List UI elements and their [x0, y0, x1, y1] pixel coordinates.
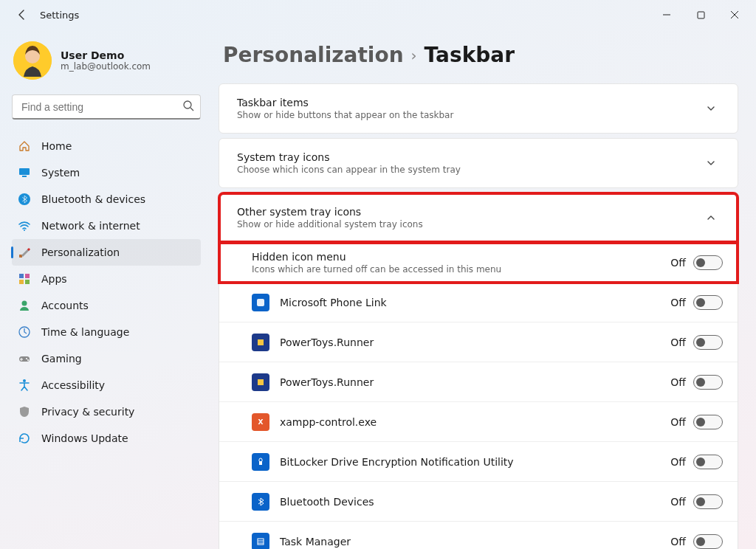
- nav-apps[interactable]: Apps: [12, 266, 201, 292]
- toggle-app[interactable]: [693, 415, 723, 429]
- section-system-tray[interactable]: System tray icons Choose which icons can…: [219, 138, 738, 188]
- maximize-button[interactable]: [684, 4, 718, 26]
- app-name: PowerToys.Runner: [280, 336, 660, 348]
- toggle-app[interactable]: [693, 534, 723, 549]
- nav-label: Gaming: [41, 353, 82, 365]
- section-subtitle: Show or hide additional system tray icon…: [237, 219, 689, 229]
- profile-text: User Demo m_lab@outlook.com: [61, 49, 151, 72]
- nav-gaming[interactable]: Gaming: [12, 345, 201, 372]
- main-content: Personalization › Taskbar Taskbar items …: [213, 30, 756, 549]
- avatar: [13, 41, 52, 80]
- nav-label: Accessibility: [41, 379, 105, 391]
- person-icon: [18, 299, 31, 312]
- toggle-app[interactable]: [693, 455, 723, 469]
- search-icon: [182, 100, 194, 114]
- shield-icon: [18, 405, 31, 418]
- app-name: Microsoft Phone Link: [280, 297, 660, 308]
- chevron-right-icon: ›: [411, 46, 417, 64]
- app-icon: X: [252, 413, 269, 431]
- expand-button[interactable]: [699, 151, 723, 175]
- row-hidden-icon-menu: Hidden icon menu Icons which are turned …: [219, 243, 738, 283]
- svg-line-5: [190, 108, 193, 111]
- titlebar: Settings: [0, 0, 756, 30]
- search-box[interactable]: [12, 94, 201, 120]
- nav-accessibility[interactable]: Accessibility: [12, 372, 201, 398]
- accessibility-icon: [18, 379, 31, 392]
- monitor-icon: [18, 166, 31, 179]
- nav-network[interactable]: Network & internet: [12, 213, 201, 239]
- nav-personalization[interactable]: Personalization: [12, 239, 201, 266]
- profile-name: User Demo: [61, 49, 151, 61]
- toggle-app[interactable]: [693, 295, 723, 310]
- nav-bluetooth[interactable]: Bluetooth & devices: [12, 186, 201, 213]
- nav-time-language[interactable]: Time & language: [12, 319, 201, 345]
- collapse-button[interactable]: [699, 206, 723, 229]
- nav-home[interactable]: Home: [12, 133, 201, 159]
- tray-app-row: PowerToys.Runner Off: [219, 362, 738, 402]
- home-icon: [18, 139, 31, 153]
- back-button[interactable]: [9, 1, 35, 28]
- minimize-button[interactable]: [650, 4, 684, 26]
- nav-label: Apps: [41, 273, 67, 285]
- section-other-tray: Other system tray icons Show or hide add…: [219, 193, 738, 549]
- toggle-state: Off: [670, 456, 686, 468]
- app-icon: [252, 294, 269, 311]
- breadcrumb-current: Taskbar: [425, 43, 515, 67]
- nav-privacy[interactable]: Privacy & security: [12, 398, 201, 425]
- other-tray-list: Hidden icon menu Icons which are turned …: [219, 242, 738, 549]
- close-button[interactable]: [718, 4, 752, 26]
- toggle-state: Off: [670, 496, 686, 508]
- breadcrumb: Personalization › Taskbar: [219, 43, 738, 67]
- section-taskbar-items[interactable]: Taskbar items Show or hide buttons that …: [219, 83, 738, 134]
- svg-rect-21: [257, 299, 264, 306]
- section-title: System tray icons: [237, 151, 689, 163]
- breadcrumb-parent[interactable]: Personalization: [223, 43, 404, 67]
- paint-icon: [18, 246, 31, 259]
- nav-system[interactable]: System: [12, 159, 201, 186]
- section-subtitle: Show or hide buttons that appear on the …: [237, 110, 689, 120]
- tray-app-row: Bluetooth Devices Off: [219, 482, 738, 522]
- svg-point-9: [24, 229, 25, 231]
- tray-app-row: BitLocker Drive Encryption Notification …: [219, 442, 738, 482]
- tray-app-row: Task Manager Off: [219, 522, 738, 549]
- app-icon: [252, 533, 269, 549]
- nav-windows-update[interactable]: Windows Update: [12, 425, 201, 452]
- nav-label: Network & internet: [41, 220, 140, 232]
- expand-button[interactable]: [699, 97, 723, 120]
- svg-text:X: X: [258, 418, 264, 426]
- toggle-state: Off: [670, 297, 686, 308]
- svg-rect-13: [19, 280, 24, 284]
- nav-label: Windows Update: [41, 432, 128, 444]
- update-icon: [18, 432, 31, 445]
- section-other-tray-header[interactable]: Other system tray icons Show or hide add…: [219, 193, 738, 242]
- svg-point-20: [23, 379, 26, 382]
- toggle-app[interactable]: [693, 494, 723, 509]
- toggle-app[interactable]: [693, 375, 723, 390]
- toggle-hidden-icon-menu[interactable]: [693, 255, 723, 270]
- toggle-state: Off: [670, 336, 686, 348]
- nav-label: Privacy & security: [41, 406, 134, 418]
- svg-rect-22: [258, 339, 264, 345]
- svg-rect-11: [19, 274, 24, 278]
- svg-rect-25: [259, 461, 262, 465]
- app-icon: [252, 453, 269, 471]
- app-name: PowerToys.Runner: [280, 376, 660, 388]
- svg-rect-12: [25, 274, 30, 278]
- toggle-state: Off: [670, 376, 686, 388]
- toggle-app[interactable]: [693, 335, 723, 350]
- row-title: Hidden icon menu: [252, 251, 660, 263]
- tray-app-row: PowerToys.Runner Off: [219, 322, 738, 362]
- window-title: Settings: [40, 10, 79, 21]
- app-icon: [252, 373, 269, 391]
- svg-rect-14: [25, 280, 30, 284]
- search-input[interactable]: [20, 100, 182, 114]
- nav-label: Home: [41, 140, 72, 152]
- profile-block[interactable]: User Demo m_lab@outlook.com: [12, 35, 201, 94]
- nav-list: Home System Bluetooth & devices Network …: [12, 133, 201, 452]
- nav-label: Time & language: [41, 326, 129, 338]
- section-title: Other system tray icons: [237, 206, 689, 218]
- nav-accounts[interactable]: Accounts: [12, 292, 201, 319]
- app-icon: [252, 334, 269, 351]
- toggle-state: Off: [670, 257, 686, 269]
- tray-app-row: X xampp-control.exe Off: [219, 402, 738, 442]
